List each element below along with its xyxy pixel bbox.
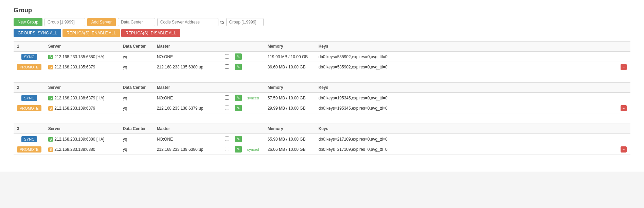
edit-button[interactable]: ✎ [235, 64, 242, 70]
server-badge: S [48, 137, 53, 142]
row-checkbox[interactable] [225, 106, 229, 110]
keys-cell: db0:keys=585902,expires=0,avg_ttl=0 [315, 62, 617, 72]
master-cell: NO:ONE [154, 134, 221, 144]
memory-cell: 119.93 MB / 10.00 GB [264, 51, 315, 62]
group-id-3: 3 [14, 124, 45, 134]
table-row: PROMOTES212.168.233.139:6379yq212.168.23… [14, 103, 630, 113]
col-header-3: Master [154, 124, 221, 134]
remove-button[interactable]: − [621, 105, 627, 111]
col-header-7: Memory [264, 42, 315, 52]
col-header-5 [233, 124, 244, 134]
group-section-2: 2ServerData CenterMasterMemoryKeysSYNCS2… [14, 82, 630, 113]
col-header-3: Master [154, 42, 221, 52]
col-header-7: Memory [264, 83, 315, 93]
col-header-1: Server [45, 124, 120, 134]
server-cell: S212.168.233.135:6380 [HA] [45, 51, 120, 62]
row-checkbox[interactable] [225, 137, 229, 141]
col-header-8: Keys [315, 83, 617, 93]
master-cell: NO:ONE [154, 93, 221, 103]
synced-status [244, 51, 264, 62]
row-checkbox[interactable] [225, 147, 229, 151]
groups-sync-all-button[interactable]: GROUPS: SYNC ALL [14, 29, 61, 37]
memory-cell: 65.98 MB / 10.00 GB [264, 134, 315, 144]
section-title: Group [14, 7, 630, 14]
col-header-6 [244, 42, 264, 52]
table-row: PROMOTES212.168.233.138:6380yq212.168.23… [14, 144, 630, 155]
add-server-button[interactable]: Add Server [87, 18, 116, 26]
group-to-input[interactable] [226, 18, 264, 26]
server-cell: S212.168.233.139:6380 [HA] [45, 134, 120, 144]
table-row: PROMOTES212.168.233.135:6379yq212.168.23… [14, 62, 630, 72]
promote-button-3[interactable]: PROMOTE [17, 146, 41, 153]
table-row: SYNCS212.168.233.139:6380 [HA]yqNO:ONE✎6… [14, 134, 630, 144]
col-header-2: Data Center [120, 124, 154, 134]
data-center-cell: yq [120, 62, 154, 72]
server-badge: S [48, 96, 53, 100]
col-header-8: Keys [315, 42, 617, 52]
new-group-input[interactable] [44, 18, 85, 26]
edit-button[interactable]: ✎ [235, 95, 242, 101]
replica-enable-all-button[interactable]: REPLICA(S): ENABLE ALL [62, 29, 120, 37]
server-cell: S212.168.233.138:6380 [45, 144, 120, 155]
group-section-3: 3ServerData CenterMasterMemoryKeysSYNCS2… [14, 124, 630, 155]
group-id-1: 1 [14, 42, 45, 52]
toolbar: New Group Add Server to [14, 18, 630, 26]
edit-button[interactable]: ✎ [235, 136, 242, 142]
data-center-cell: yq [120, 103, 154, 113]
action-bar: GROUPS: SYNC ALL REPLICA(S): ENABLE ALL … [14, 29, 630, 37]
col-header-5 [233, 83, 244, 93]
memory-cell: 86.60 MB / 10.00 GB [264, 62, 315, 72]
col-header-5 [233, 42, 244, 52]
sync-button-2[interactable]: SYNC [21, 95, 37, 101]
new-group-button[interactable]: New Group [14, 18, 42, 26]
remove-button[interactable]: − [621, 64, 627, 70]
table-row: SYNCS212.168.233.135:6380 [HA]yqNO:ONE✎1… [14, 51, 630, 62]
master-cell: 212.168.233.139:6380:up [154, 144, 221, 155]
memory-cell: 29.99 MB / 10.00 GB [264, 103, 315, 113]
server-badge: S [48, 65, 53, 69]
remove-button[interactable]: − [621, 146, 627, 153]
groups-container: 1ServerData CenterMasterMemoryKeysSYNCS2… [14, 41, 630, 165]
master-cell: NO:ONE [154, 51, 221, 62]
promote-button-1[interactable]: PROMOTE [17, 64, 41, 70]
sync-button-1[interactable]: SYNC [21, 54, 37, 60]
master-cell: 212.168.233.138:6379:up [154, 103, 221, 113]
col-header-4 [221, 42, 233, 52]
keys-cell: db0:keys=585902,expires=0,avg_ttl=0 [315, 51, 617, 62]
data-center-input[interactable] [118, 18, 155, 26]
col-header-6 [244, 83, 264, 93]
col-header-1: Server [45, 83, 120, 93]
synced-status [244, 134, 264, 144]
table-row: SYNCS212.168.233.138:6379 [HA]yqNO:ONE✎s… [14, 93, 630, 103]
to-label: to [220, 20, 224, 25]
row-checkbox[interactable] [225, 64, 229, 69]
col-header-7: Memory [264, 124, 315, 134]
synced-status: synced [244, 144, 264, 155]
keys-cell: db0:keys=217109,expires=0,avg_ttl=0 [315, 134, 617, 144]
promote-button-2[interactable]: PROMOTE [17, 105, 41, 111]
col-header-4 [221, 83, 233, 93]
edit-button[interactable]: ✎ [235, 105, 242, 111]
server-badge: S [48, 147, 53, 152]
sync-button-3[interactable]: SYNC [21, 136, 37, 142]
server-badge: S [48, 106, 53, 111]
synced-status [244, 103, 264, 113]
replica-disable-all-button[interactable]: REPLICA(S): DISABLE ALL [121, 29, 180, 37]
row-checkbox[interactable] [225, 95, 229, 100]
col-header-8: Keys [315, 124, 617, 134]
codis-server-input[interactable] [157, 18, 218, 26]
synced-status [244, 62, 264, 72]
data-center-cell: yq [120, 134, 154, 144]
data-center-cell: yq [120, 51, 154, 62]
edit-button[interactable]: ✎ [235, 146, 242, 153]
server-cell: S212.168.233.139:6379 [45, 103, 120, 113]
keys-cell: db0:keys=217109,expires=0,avg_ttl=0 [315, 144, 617, 155]
keys-cell: db0:keys=195345,expires=0,avg_ttl=0 [315, 93, 617, 103]
server-cell: S212.168.233.138:6379 [HA] [45, 93, 120, 103]
col-header-9 [617, 83, 630, 93]
server-badge: S [48, 55, 53, 59]
row-checkbox[interactable] [225, 54, 229, 59]
keys-cell: db0:keys=195345,expires=0,avg_ttl=0 [315, 103, 617, 113]
server-cell: S212.168.233.135:6379 [45, 62, 120, 72]
edit-button[interactable]: ✎ [235, 53, 242, 60]
